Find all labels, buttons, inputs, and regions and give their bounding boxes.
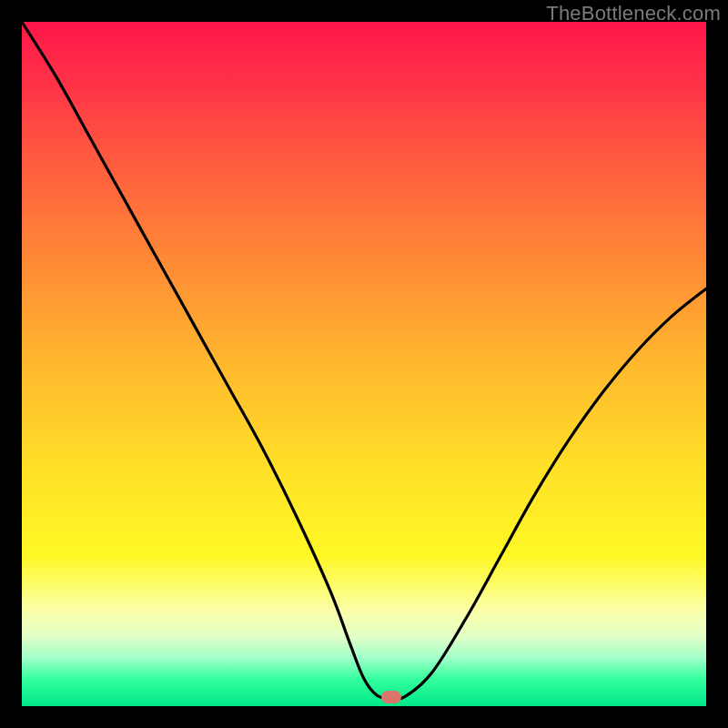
plot-area bbox=[22, 22, 706, 706]
bottleneck-curve bbox=[22, 22, 706, 706]
chart-frame: TheBottleneck.com bbox=[0, 0, 728, 728]
optimum-marker bbox=[381, 691, 401, 703]
